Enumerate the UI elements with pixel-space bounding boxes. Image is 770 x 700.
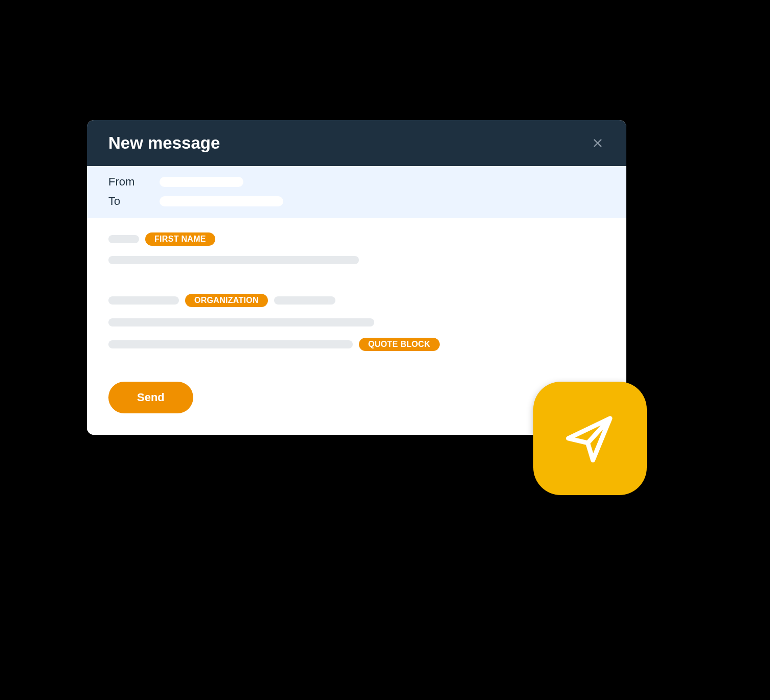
close-icon [592,137,603,149]
to-label: To [108,195,160,208]
close-button[interactable] [591,136,605,150]
body-line-2 [108,256,605,264]
body-line-4 [108,318,605,326]
dialog-title: New message [108,133,220,153]
merge-chip-first-name[interactable]: FIRST NAME [145,232,215,246]
body-line-3: ORGANIZATION [108,294,605,307]
text-placeholder [108,340,353,348]
send-button[interactable]: Send [108,382,193,413]
address-block: From To [87,166,626,218]
from-input[interactable] [160,177,243,187]
text-placeholder [274,296,335,305]
body-line-5: QUOTE BLOCK [108,338,605,351]
paper-plane-icon [561,410,619,467]
from-label: From [108,175,160,189]
body-line-1: FIRST NAME [108,232,605,246]
merge-chip-quote-block[interactable]: QUOTE BLOCK [359,338,440,351]
to-input[interactable] [160,196,283,206]
send-fab[interactable] [533,382,647,495]
text-placeholder [108,235,139,243]
text-placeholder [108,256,359,264]
compose-dialog: New message From To FIRST NAME ORGANI [87,120,626,435]
from-row: From [108,175,605,189]
to-row: To [108,195,605,208]
dialog-header: New message [87,120,626,166]
text-placeholder [108,318,374,326]
merge-chip-organization[interactable]: ORGANIZATION [185,294,268,307]
text-placeholder [108,296,179,305]
